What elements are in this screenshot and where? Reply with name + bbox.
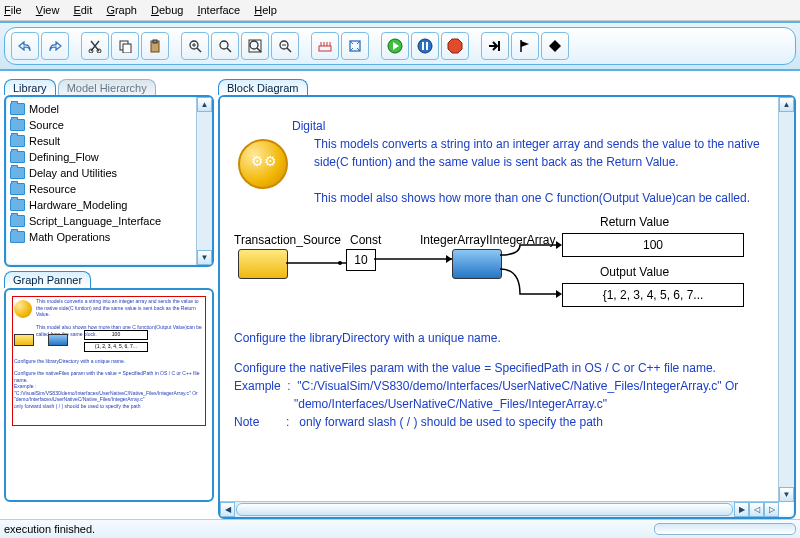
svg-point-12 [250, 41, 258, 49]
zoom-out-button[interactable] [271, 32, 299, 60]
svg-point-0 [89, 49, 93, 53]
scroll-down-icon[interactable]: ▼ [779, 487, 794, 502]
tab-block-diagram[interactable]: Block Diagram [218, 79, 308, 95]
library-item-label: Delay and Utilities [29, 167, 117, 179]
scroll-right-icon[interactable]: ▶ [734, 502, 749, 517]
library-item-label: Result [29, 135, 60, 147]
diagram-canvas[interactable]: ⚙⚙ Digital This models converts a string… [220, 97, 779, 502]
library-item[interactable]: Defining_Flow [10, 149, 208, 165]
step-forward-button[interactable] [481, 32, 509, 60]
library-item-label: Math Operations [29, 231, 110, 243]
stop-button[interactable] [441, 32, 469, 60]
zoom-in-button[interactable] [181, 32, 209, 60]
library-item-label: Defining_Flow [29, 151, 99, 163]
copy-button[interactable] [111, 32, 139, 60]
status-text: execution finished. [4, 523, 95, 535]
svg-line-11 [227, 48, 231, 52]
svg-line-13 [257, 48, 261, 52]
library-item[interactable]: Script_Language_Interface [10, 213, 208, 229]
graph-panner-panel[interactable]: This models converts a string into an in… [4, 288, 214, 502]
svg-point-1 [97, 49, 101, 53]
svg-line-16 [287, 48, 291, 52]
svg-rect-2 [120, 41, 128, 50]
library-item[interactable]: Delay and Utilities [10, 165, 208, 181]
svg-point-10 [220, 41, 228, 49]
folder-icon [10, 135, 25, 147]
pause-button[interactable] [411, 32, 439, 60]
config-text-2: Configure the nativeFiles param with the… [234, 359, 775, 431]
menu-view[interactable]: View [36, 4, 60, 16]
zoom-reset-button[interactable] [211, 32, 239, 60]
wires [220, 97, 779, 317]
svg-point-24 [388, 39, 402, 53]
status-bar: execution finished. [0, 519, 800, 538]
folder-icon [10, 215, 25, 227]
svg-point-15 [280, 41, 288, 49]
library-item-label: Resource [29, 183, 76, 195]
folder-icon [10, 199, 25, 211]
library-item-label: Source [29, 119, 64, 131]
folder-icon [10, 231, 25, 243]
svg-rect-5 [153, 40, 157, 43]
diamond-button[interactable] [541, 32, 569, 60]
canvas-vscroll[interactable]: ▲ ▼ [778, 97, 794, 502]
ruler-button[interactable] [311, 32, 339, 60]
redo-button[interactable] [41, 32, 69, 60]
cut-button[interactable] [81, 32, 109, 60]
undo-button[interactable] [11, 32, 39, 60]
svg-point-25 [418, 39, 432, 53]
menu-graph[interactable]: Graph [106, 4, 137, 16]
svg-rect-26 [422, 42, 424, 50]
svg-rect-27 [426, 42, 428, 50]
menu-debug[interactable]: Debug [151, 4, 183, 16]
folder-icon [10, 103, 25, 115]
svg-rect-23 [350, 41, 360, 51]
library-item[interactable]: Result [10, 133, 208, 149]
library-scrollbar[interactable]: ▲ ▼ [196, 97, 212, 265]
zoom-fit-button[interactable] [241, 32, 269, 60]
scroll-up-icon[interactable]: ▲ [779, 97, 794, 112]
tab-library[interactable]: Library [4, 79, 56, 95]
menu-edit[interactable]: Edit [73, 4, 92, 16]
progress-bar [654, 523, 796, 535]
library-panel: ModelSourceResultDefining_FlowDelay and … [4, 95, 214, 267]
library-item[interactable]: Model [10, 101, 208, 117]
hscroll-thumb[interactable] [236, 503, 733, 516]
scroll-up-icon[interactable]: ▲ [197, 97, 212, 112]
svg-rect-18 [319, 46, 331, 51]
svg-line-7 [197, 48, 201, 52]
library-item-label: Script_Language_Interface [29, 215, 161, 227]
library-item[interactable]: Source [10, 117, 208, 133]
svg-rect-3 [123, 44, 131, 53]
library-item[interactable]: Math Operations [10, 229, 208, 245]
run-button[interactable] [381, 32, 409, 60]
menu-interface[interactable]: Interface [197, 4, 240, 16]
svg-rect-14 [249, 40, 261, 52]
svg-point-6 [190, 41, 198, 49]
paste-button[interactable] [141, 32, 169, 60]
graph-panner-title: Graph Panner [4, 271, 91, 288]
library-item[interactable]: Hardware_Modeling [10, 197, 208, 213]
menu-file[interactable]: File [4, 4, 22, 16]
folder-icon [10, 183, 25, 195]
folder-icon [10, 151, 25, 163]
scroll-left-icon[interactable]: ◀ [220, 502, 235, 517]
tab-model-hierarchy[interactable]: Model Hierarchy [58, 79, 156, 95]
library-item-label: Model [29, 103, 59, 115]
canvas-hscroll[interactable]: ◀ ▶ ◁ ▷ [220, 501, 779, 517]
menu-help[interactable]: Help [254, 4, 277, 16]
library-item-label: Hardware_Modeling [29, 199, 127, 211]
block-diagram-panel: ⚙⚙ Digital This models converts a string… [218, 95, 796, 519]
flag-button[interactable] [511, 32, 539, 60]
fullscreen-button[interactable] [341, 32, 369, 60]
svg-rect-28 [498, 41, 500, 51]
config-text-1: Configure the libraryDirectory with a un… [234, 329, 501, 347]
folder-icon [10, 119, 25, 131]
menu-bar: File View Edit Graph Debug Interface Hel… [0, 0, 800, 21]
scroll-down-icon[interactable]: ▼ [197, 250, 212, 265]
nav-next-icon[interactable]: ▷ [764, 502, 779, 517]
nav-prev-icon[interactable]: ◁ [749, 502, 764, 517]
toolbar [0, 21, 800, 71]
library-item[interactable]: Resource [10, 181, 208, 197]
svg-rect-4 [151, 41, 159, 52]
